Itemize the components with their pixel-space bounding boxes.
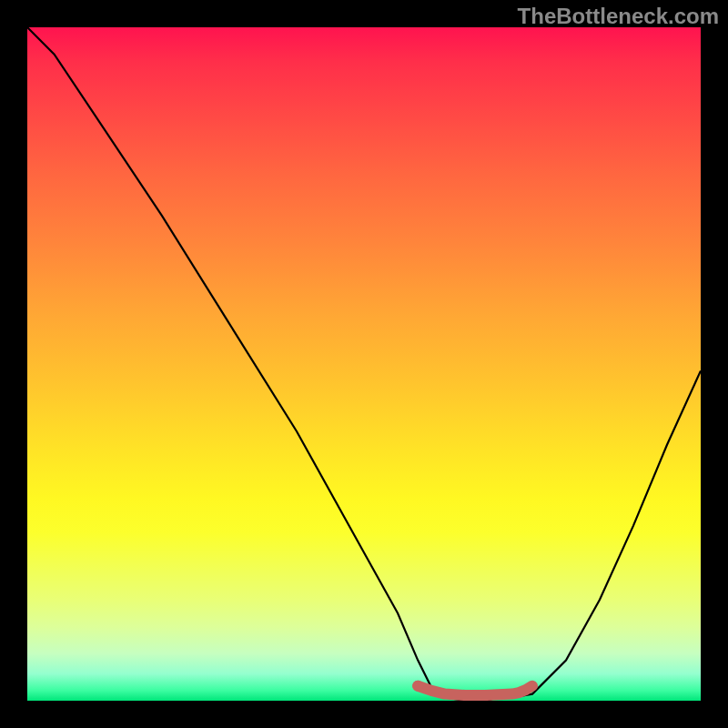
watermark-text: TheBottleneck.com [518,4,719,29]
chart-svg [27,27,701,701]
bottleneck-curve [27,27,701,701]
optimal-range-marker [418,686,532,695]
chart-container: TheBottleneck.com [0,0,728,728]
optimal-start-dot [412,681,423,692]
